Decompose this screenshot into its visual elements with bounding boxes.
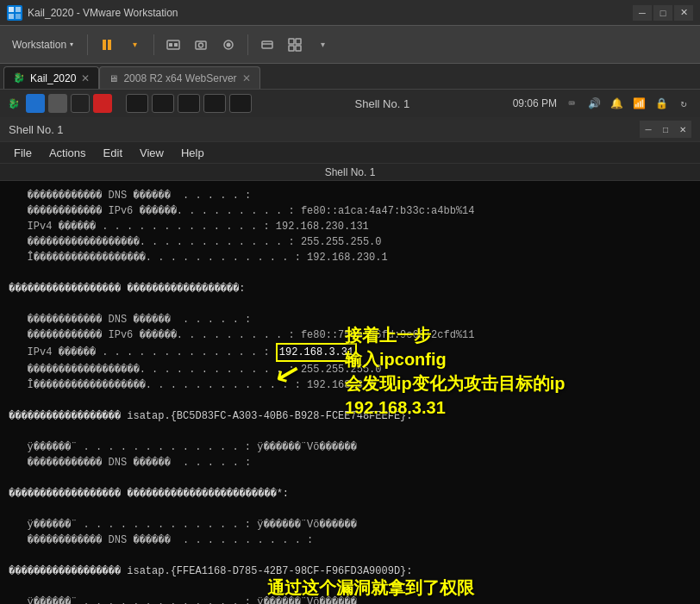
tab-webserver[interactable]: 🖥 2008 R2 x64 WebServer ✕ (99, 66, 259, 89)
terminal-line-17 (9, 470, 691, 486)
vm-os-icon: 🐉 (5, 95, 22, 112)
terminal-line-1: ������������ DNS ������ . . . . . : (9, 188, 691, 203)
toolbar-separator-1 (87, 34, 88, 55)
minimize-button[interactable]: ─ (633, 5, 652, 21)
menu-file[interactable]: File (7, 145, 39, 161)
vm-terminal-icon-2[interactable] (152, 94, 174, 113)
main-toolbar: Workstation ▾ ▾ (0, 26, 700, 64)
dropdown-arrow-icon: ▾ (70, 40, 73, 48)
title-text: Kail_2020 - VMware Workstation (28, 7, 633, 19)
full-screen-button[interactable] (255, 33, 279, 57)
vm-terminal-icon-4[interactable] (203, 94, 226, 113)
terminal-content[interactable]: ������������ DNS ������ . . . . . : ����… (0, 181, 700, 604)
shell-time: 09:06 PM (513, 97, 557, 109)
shell-header-bar: Shell No. 1 ─ □ ✕ (0, 117, 700, 141)
bell-icon[interactable]: 🔔 (609, 96, 624, 111)
vm-terminal-icon-5[interactable] (229, 94, 252, 113)
pause-button[interactable] (95, 33, 119, 57)
terminal-line-4: ������������������. . . . . . . . . . . … (9, 234, 691, 250)
vm-btn-gray-1[interactable] (48, 94, 67, 113)
svg-rect-15 (289, 39, 294, 44)
window-controls: ─ □ ✕ (633, 5, 693, 21)
terminal-line-6 (9, 265, 691, 281)
terminal-line-2: ������������ IPv6 ������. . . . . . . . … (9, 203, 691, 219)
maximize-button[interactable]: □ (653, 5, 672, 21)
screenshot-button[interactable] (189, 33, 213, 57)
shell-title-centered: Shell No. 1 (325, 166, 376, 178)
keyboard-icon[interactable]: ⌨ (564, 96, 579, 111)
annotation-line-4: 192.168.3.31 (345, 398, 446, 417)
toolbar-separator-2 (153, 34, 154, 55)
annotation-line-2: 输入ipconfig (345, 350, 447, 369)
app-icon (7, 5, 22, 21)
tab-icon-kail: 🐉 (13, 72, 25, 84)
power-dropdown-button[interactable]: ▾ (122, 33, 147, 57)
tab-icon-webserver: 🖥 (109, 73, 118, 84)
tab-label-webserver: 2008 R2 x64 WebServer (123, 72, 236, 84)
menu-edit[interactable]: Edit (97, 145, 129, 161)
terminal-line-18 (9, 501, 691, 517)
annotation-bottom-text: 通过这个漏洞就拿到了权限 (267, 578, 474, 597)
terminal-line-7 (9, 296, 691, 312)
terminal-section-3: ������������������ ���������������������… (9, 486, 691, 501)
svg-rect-13 (262, 41, 272, 48)
tab-close-kail[interactable]: ✕ (81, 72, 90, 84)
shell-title-header: Shell No. 1 (9, 123, 64, 136)
tab-kail-2020[interactable]: 🐉 Kail_2020 ✕ (3, 66, 99, 89)
menu-actions[interactable]: Actions (42, 145, 93, 161)
terminal-line-20: ������������ DNS ������ . . . . . . . . … (9, 532, 691, 548)
workstation-menu-button[interactable]: Workstation ▾ (5, 31, 80, 59)
svg-point-10 (199, 43, 203, 47)
title-bar: Kail_2020 - VMware Workstation ─ □ ✕ (0, 0, 700, 26)
svg-rect-1 (16, 7, 21, 12)
shell-close-button[interactable]: ✕ (674, 121, 691, 138)
annotation-line-1: 接着上一步 (345, 326, 431, 345)
volume-icon[interactable]: 🔊 (586, 96, 602, 111)
annotation-line-3: 会发现ip变化为攻击目标的ip (345, 374, 566, 393)
svg-rect-0 (9, 7, 14, 12)
terminal-line-5: Î������������������. . . . . . . . . . .… (9, 250, 691, 265)
close-button[interactable]: ✕ (674, 5, 693, 21)
vm-icons-row: 🐉 Shell No. 1 09:06 PM ⌨ 🔊 🔔 📶 🔒 ↻ (0, 90, 700, 117)
menu-view[interactable]: View (133, 145, 171, 161)
shell-title-toolbar: Shell No. 1 (355, 97, 410, 110)
terminal-line-19: ÿ������¨ . . . . . . . . . . . . . : ÿ��… (9, 517, 691, 532)
tab-close-webserver[interactable]: ✕ (242, 72, 251, 84)
svg-rect-4 (103, 40, 106, 50)
tab-label-kail: Kail_2020 (30, 72, 76, 84)
send-ctrl-alt-del-button[interactable] (161, 33, 185, 57)
shell-restore-button[interactable]: □ (657, 121, 674, 138)
svg-rect-2 (9, 14, 14, 19)
unity-button[interactable] (283, 33, 307, 57)
svg-rect-8 (174, 43, 178, 47)
lock-icon[interactable]: 🔒 (653, 96, 669, 111)
vm-terminal-icon-3[interactable] (178, 94, 200, 113)
shell-window-controls: ─ □ ✕ (640, 121, 691, 138)
vm-btn-red[interactable] (93, 94, 112, 113)
shell-menu-bar: File Actions Edit View Help (0, 141, 700, 164)
menu-help[interactable]: Help (174, 145, 211, 161)
view-dropdown-button[interactable]: ▾ (310, 33, 334, 57)
toolbar-separator-3 (247, 34, 248, 55)
shell-minimize-button[interactable]: ─ (640, 121, 657, 138)
shell-title-line: Shell No. 1 (0, 164, 700, 181)
network-icon[interactable]: 📶 (631, 96, 647, 111)
terminal-line-21 (9, 548, 691, 564)
terminal-line-14 (9, 424, 691, 439)
terminal-line-3: IPv4 ������ . . . . . . . . . . . . . : … (9, 219, 691, 234)
tabs-bar: 🐉 Kail_2020 ✕ 🖥 2008 R2 x64 WebServer ✕ (0, 64, 700, 90)
refresh-icon[interactable]: ↻ (676, 96, 691, 111)
vm-btn-blue-1[interactable] (26, 94, 45, 113)
annotation-main: 接着上一步 输入ipconfig 会发现ip变化为攻击目标的ip 192.168… (345, 323, 566, 420)
record-button[interactable] (216, 33, 241, 57)
vm-terminal-icon-1[interactable] (126, 94, 148, 113)
terminal-line-16: ������������ DNS ������ . . . . . : (9, 455, 691, 470)
svg-rect-16 (296, 39, 301, 44)
terminal-line-15: ÿ������¨ . . . . . . . . . . . . . : ÿ��… (9, 439, 691, 455)
workstation-label: Workstation (12, 39, 66, 51)
terminal-section-1: ������������������ ������������������: (9, 281, 691, 296)
svg-point-12 (227, 42, 231, 47)
vm-btn-dark-1[interactable] (71, 94, 90, 113)
vm-area: 🐉 Shell No. 1 09:06 PM ⌨ 🔊 🔔 📶 🔒 ↻ (0, 90, 700, 604)
annotation-bottom: 通过这个漏洞就拿到了权限 (267, 576, 474, 599)
